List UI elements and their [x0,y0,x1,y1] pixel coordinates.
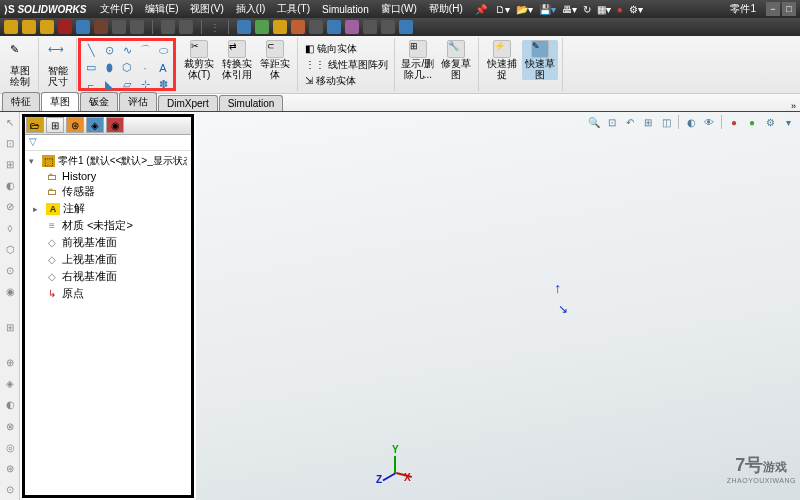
ltool-11[interactable]: ⊕ [2,356,18,369]
pin-icon[interactable]: 📌 [475,4,487,15]
ltool-16[interactable]: ⊛ [2,462,18,475]
graphics-viewport[interactable]: 🔍 ⊡ ↶ ⊞ ◫ ◐ 👁 ● ● ⚙ ▾ ↑ ↘ Y X Z [196,112,800,500]
offset-button[interactable]: ⊂ 等距实 体 [257,40,293,80]
qa-btn-13[interactable] [273,20,287,34]
qa-btn-19[interactable] [381,20,395,34]
plane-tool[interactable]: ▱ [119,77,135,92]
fm-tab-display[interactable]: ◉ [106,117,124,133]
linear-pattern-button[interactable]: ⋮⋮ 线性草图阵列 [303,58,390,72]
line-tool[interactable]: ╲ [83,43,99,58]
options-icon[interactable]: ▦▾ [597,4,611,15]
qa-btn-18[interactable] [363,20,377,34]
trim-button[interactable]: ✂ 裁剪实 体(T) [181,40,217,80]
tab-features[interactable]: 特征 [2,92,40,111]
tree-front-plane[interactable]: ◇ 前视基准面 [27,234,189,251]
sketch-button[interactable]: ✎ 草图 绘制 [6,40,34,89]
rebuild-icon[interactable]: ↻ [583,4,591,15]
text-tool[interactable]: A [155,60,171,75]
zoom-prev-icon[interactable]: ↶ [622,114,638,130]
tab-sketch[interactable]: 草图 [41,92,79,111]
menu-insert[interactable]: 插入(I) [230,2,271,16]
qa-btn-15[interactable] [309,20,323,34]
tab-evaluate[interactable]: 评估 [119,92,157,111]
point-tool[interactable]: · [137,60,153,75]
ltool-8[interactable]: ⊙ [2,264,18,277]
menu-window[interactable]: 窗口(W) [375,2,423,16]
ltool-4[interactable]: ◐ [2,179,18,192]
settings-icon[interactable]: ⚙▾ [629,4,643,15]
mirror-button[interactable]: ◧ 镜向实体 [303,42,390,56]
feature-filter[interactable]: ▽ [25,135,191,151]
expander-icon[interactable]: ▾ [29,156,39,166]
appearance-icon[interactable]: ● [726,114,742,130]
ltool-3[interactable]: ⊞ [2,158,18,171]
qa-btn-14[interactable] [291,20,305,34]
ltool-15[interactable]: ◎ [2,441,18,454]
ellipse-tool[interactable]: ⬭ [155,43,171,58]
fillet-tool[interactable]: ⌐ [83,77,99,92]
rapid-sketch-button[interactable]: ✎ 快速草 图 [522,40,558,80]
move-button[interactable]: ⇲ 移动实体 [303,74,390,88]
qa-btn-6[interactable] [94,20,108,34]
hide-show-icon[interactable]: 👁 [701,114,717,130]
centerline-tool[interactable]: ⊹ [137,77,153,92]
tree-annotations[interactable]: ▸ A 注解 [27,200,189,217]
view-triad[interactable]: Y X Z [376,450,416,490]
qa-btn-12[interactable] [255,20,269,34]
qa-btn-7[interactable] [112,20,126,34]
tabs-expand-icon[interactable]: » [791,101,796,111]
ltool-14[interactable]: ⊗ [2,420,18,433]
smart-dimension-button[interactable]: ⟷ 智能 尺寸 [44,40,72,89]
view-settings-icon[interactable]: ⚙ [762,114,778,130]
ltool-select[interactable]: ↖ [2,116,18,129]
ltool-2[interactable]: ⊡ [2,137,18,150]
qa-btn-17[interactable] [345,20,359,34]
qa-btn-16[interactable] [327,20,341,34]
tab-dimxpert[interactable]: DimXpert [158,95,218,111]
tree-root[interactable]: ▾ ⬚ 零件1 (默认<<默认>_显示状态 [27,153,189,169]
slot-tool[interactable]: ⬮ [101,60,117,75]
maximize-icon[interactable]: □ [782,2,796,16]
display-delete-button[interactable]: ⊞ 显示/删 除几... [400,40,436,80]
ltool-5[interactable]: ⊘ [2,200,18,213]
tree-top-plane[interactable]: ◇ 上视基准面 [27,251,189,268]
fm-tab-dim[interactable]: ◈ [86,117,104,133]
rapid-snap-button[interactable]: ⚡ 快速捕 捉 [484,40,520,80]
ltool-10[interactable]: ⊞ [2,321,18,334]
zoom-fit-icon[interactable]: 🔍 [586,114,602,130]
qa-btn-20[interactable] [399,20,413,34]
spline-tool[interactable]: ∿ [119,43,135,58]
tree-history[interactable]: 🗀 History [27,169,189,183]
fm-tab-tree[interactable]: 🗁 [26,117,44,133]
repair-button[interactable]: 🔧 修复草 图 [438,40,474,80]
fm-tab-config[interactable]: ⊛ [66,117,84,133]
qa-btn-5[interactable] [76,20,90,34]
qa-btn-3[interactable] [40,20,54,34]
display-style-icon[interactable]: ◐ [683,114,699,130]
qa-btn-1[interactable] [4,20,18,34]
zoom-area-icon[interactable]: ⊡ [604,114,620,130]
section-icon[interactable]: ◫ [658,114,674,130]
ltool-9[interactable]: ◉ [2,285,18,298]
tree-right-plane[interactable]: ◇ 右视基准面 [27,268,189,285]
open-icon[interactable]: 📂▾ [516,4,533,15]
ltool-6[interactable]: ◊ [2,222,18,235]
menu-help[interactable]: 帮助(H) [423,2,469,16]
qa-btn-2[interactable] [22,20,36,34]
convert-button[interactable]: ⇄ 转换实 体引用 [219,40,255,80]
qa-btn-11[interactable] [237,20,251,34]
tree-origin[interactable]: ↳ 原点 [27,285,189,302]
menu-file[interactable]: 文件(F) [94,2,139,16]
minimize-icon[interactable]: − [766,2,780,16]
tab-sheetmetal[interactable]: 钣金 [80,92,118,111]
view-orient-icon[interactable]: ⊞ [640,114,656,130]
arc-tool[interactable]: ⌒ [137,43,153,58]
print-icon[interactable]: 🖶▾ [562,4,577,15]
rectangle-tool[interactable]: ▭ [83,60,99,75]
ltool-13[interactable]: ◐ [2,398,18,411]
view-help-icon[interactable]: ▾ [780,114,796,130]
fm-tab-property[interactable]: ⊞ [46,117,64,133]
save-icon[interactable]: 💾▾ [539,4,556,15]
expander-icon[interactable]: ▸ [33,204,43,214]
polygon-tool[interactable]: ⬡ [119,60,135,75]
